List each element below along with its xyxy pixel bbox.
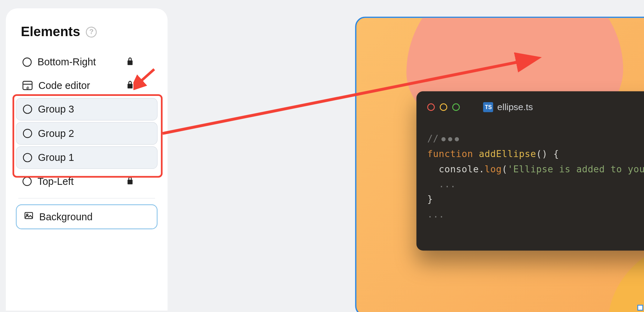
- lock-icon[interactable]: [127, 175, 133, 187]
- layer-label: Top-Left: [38, 175, 74, 187]
- circle-icon: [23, 129, 32, 138]
- layer-label: Group 3: [38, 104, 74, 115]
- layer-label: Code editor: [38, 80, 90, 91]
- typescript-icon: TS: [483, 102, 493, 112]
- traffic-red-icon[interactable]: [427, 104, 435, 111]
- circle-icon: [23, 153, 32, 162]
- layer-label: Bottom-Right: [38, 56, 96, 68]
- file-name: ellipse.ts: [497, 100, 533, 115]
- lock-icon[interactable]: [127, 80, 133, 91]
- panel-title: Elements: [21, 24, 80, 40]
- background-row[interactable]: Background: [16, 204, 158, 229]
- layer-group-2[interactable]: Group 2: [16, 122, 158, 145]
- image-icon: [24, 211, 33, 223]
- elements-panel: Elements ? Bottom-Right Code editor Grou…: [6, 8, 168, 311]
- canvas-resize-handle[interactable]: [637, 305, 643, 311]
- circle-icon: [23, 58, 32, 67]
- layer-label: Group 1: [38, 152, 74, 164]
- code-editor-card[interactable]: TS ellipse.ts // function addEllipse() {…: [416, 91, 644, 251]
- circle-icon: [23, 105, 32, 114]
- traffic-yellow-icon[interactable]: [440, 104, 447, 111]
- canvas[interactable]: TS ellipse.ts // function addEllipse() {…: [355, 17, 644, 312]
- help-icon[interactable]: ?: [86, 26, 97, 37]
- layer-group-3[interactable]: Group 3: [16, 98, 158, 121]
- circle-icon: [23, 177, 32, 186]
- code-editor-icon: [23, 81, 33, 90]
- layer-label: Group 2: [38, 128, 74, 139]
- layer-top-left[interactable]: Top-Left: [16, 171, 158, 192]
- svg-rect-0: [25, 213, 33, 219]
- layer-bottom-right[interactable]: Bottom-Right: [16, 51, 158, 73]
- code-body: // function addEllipse() { console.log('…: [427, 131, 644, 222]
- file-tab[interactable]: TS ellipse.ts: [483, 100, 533, 115]
- layer-group-1[interactable]: Group 1: [16, 146, 158, 169]
- background-label: Background: [39, 211, 93, 223]
- traffic-lights: TS ellipse.ts: [427, 100, 644, 115]
- traffic-green-icon[interactable]: [452, 104, 460, 111]
- layer-code-editor[interactable]: Code editor: [16, 75, 158, 96]
- lock-icon[interactable]: [127, 56, 133, 68]
- divider: [18, 198, 155, 198]
